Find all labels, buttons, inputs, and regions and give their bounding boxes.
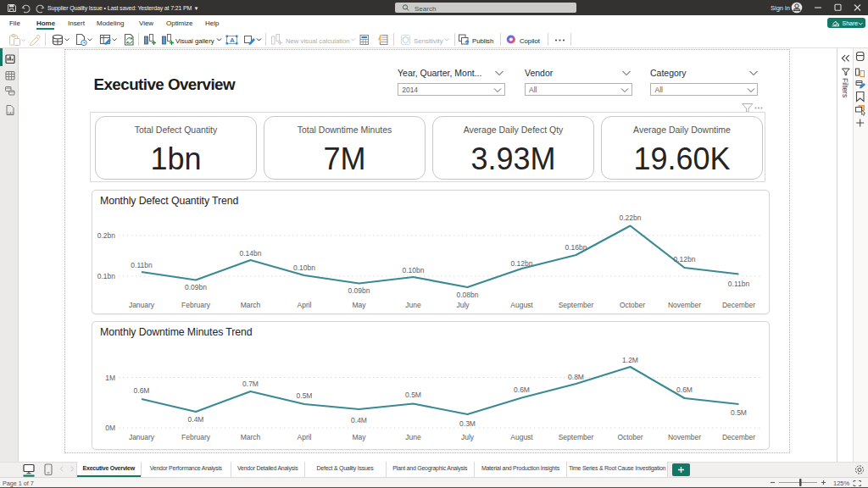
svg-text:March: March bbox=[241, 433, 261, 441]
svg-text:October: October bbox=[617, 433, 643, 441]
svg-text:0.11bn: 0.11bn bbox=[131, 261, 153, 269]
svg-text:0.09bn: 0.09bn bbox=[185, 283, 207, 291]
svg-text:1M: 1M bbox=[105, 374, 115, 382]
svg-text:Share: Share bbox=[843, 20, 859, 26]
svg-text:January: January bbox=[129, 433, 155, 441]
svg-text:0.08bn: 0.08bn bbox=[457, 291, 479, 299]
svg-text:0.6M: 0.6M bbox=[676, 385, 693, 394]
svg-text:March: March bbox=[241, 301, 261, 309]
svg-text:August: August bbox=[510, 433, 533, 441]
svg-text:0.12bn: 0.12bn bbox=[674, 255, 696, 263]
svg-text:September: September bbox=[559, 433, 594, 441]
svg-text:0.5M: 0.5M bbox=[731, 408, 747, 417]
svg-text:0.7M: 0.7M bbox=[242, 380, 259, 388]
svg-text:0M: 0M bbox=[105, 424, 115, 432]
svg-text:June: June bbox=[405, 433, 421, 441]
svg-text:0.4M: 0.4M bbox=[351, 416, 367, 424]
svg-text:July: July bbox=[456, 301, 470, 309]
svg-text:0.5M: 0.5M bbox=[405, 391, 421, 399]
svg-text:1.2M: 1.2M bbox=[622, 356, 638, 364]
svg-text:April: April bbox=[297, 433, 311, 441]
svg-text:0.09bn: 0.09bn bbox=[348, 286, 370, 295]
svg-text:0.10bn: 0.10bn bbox=[403, 266, 425, 274]
svg-text:December: December bbox=[722, 301, 755, 309]
svg-text:May: May bbox=[352, 433, 366, 441]
svg-text:November: November bbox=[668, 301, 701, 309]
svg-text:0.4M: 0.4M bbox=[188, 415, 204, 424]
svg-text:0.14bn: 0.14bn bbox=[240, 249, 262, 258]
svg-text:0.22bn: 0.22bn bbox=[620, 214, 642, 222]
svg-text:0.8M: 0.8M bbox=[568, 373, 584, 381]
svg-text:0.1bn: 0.1bn bbox=[97, 272, 116, 280]
svg-text:September: September bbox=[559, 301, 594, 309]
svg-text:A: A bbox=[230, 36, 235, 44]
svg-text:DAX: DAX bbox=[8, 112, 14, 115]
svg-text:125%: 125% bbox=[833, 480, 850, 487]
svg-text:0.3M: 0.3M bbox=[459, 419, 476, 428]
svg-text:0.6M: 0.6M bbox=[134, 386, 150, 395]
svg-text:Monthly Defect Quantity Trend: Monthly Defect Quantity Trend bbox=[100, 195, 238, 207]
svg-text:February: February bbox=[181, 301, 211, 309]
svg-text:October: October bbox=[620, 301, 645, 309]
svg-text:April: April bbox=[297, 301, 311, 309]
svg-text:0.11bn: 0.11bn bbox=[728, 280, 750, 288]
svg-text:August: August bbox=[510, 301, 533, 309]
svg-text:May: May bbox=[352, 301, 366, 309]
svg-text:0.10bn: 0.10bn bbox=[293, 263, 315, 272]
svg-text:0.12bn: 0.12bn bbox=[511, 259, 533, 268]
svg-text:November: November bbox=[668, 433, 701, 441]
svg-text:February: February bbox=[181, 433, 211, 441]
svg-text:0.2bn: 0.2bn bbox=[97, 231, 116, 240]
svg-text:0.16bn: 0.16bn bbox=[565, 243, 587, 252]
svg-text:Monthly Downtime Minutes Trend: Monthly Downtime Minutes Trend bbox=[100, 326, 253, 338]
svg-text:January: January bbox=[129, 301, 155, 309]
svg-text:0.5M: 0.5M bbox=[297, 391, 313, 400]
svg-text:July: July bbox=[461, 433, 475, 441]
svg-text:June: June bbox=[405, 301, 421, 309]
svg-text:0.6M: 0.6M bbox=[514, 385, 530, 394]
svg-text:December: December bbox=[722, 433, 755, 441]
